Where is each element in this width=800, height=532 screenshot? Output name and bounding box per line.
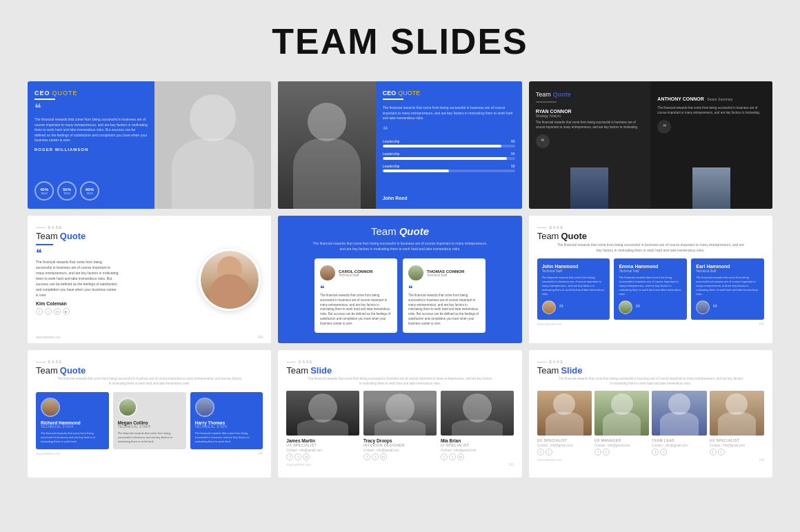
slide-6-col-1-avatar-row: ❝: [542, 300, 606, 314]
slide-8-p2-in[interactable]: in: [380, 453, 387, 460]
slide-4[interactable]: EASE Team Quote ❝ The financial rewards …: [28, 216, 271, 343]
slide-8-photo-3-inner: [441, 391, 514, 436]
slide-3-right-role: Senior Summary: [707, 97, 732, 101]
slide-9-ease: EASE: [537, 360, 764, 364]
slide-3[interactable]: Team Quote RYAN CONNOR Strategy Analyst …: [529, 81, 772, 209]
slide-8-ps-3-head: [463, 393, 492, 422]
slide-6-col-2-avatar: [619, 300, 632, 314]
slide-2-bar-1-label: Leadership 90: [383, 139, 515, 143]
slide-8-p1-contact: Contact : info@gmail.com: [286, 449, 359, 452]
slide-2[interactable]: CEO QUOTE The financial rewards that com…: [278, 81, 521, 209]
slide-9-p4-fb[interactable]: f: [710, 449, 717, 456]
slide-9[interactable]: EASE Team Slide The financial rewards th…: [529, 350, 772, 478]
slide-5-sub-text: The financial rewards that come from bei…: [310, 241, 490, 252]
slide-9-ps-3: [652, 391, 706, 436]
slide-7[interactable]: EASE Team Quote The financial rewards th…: [28, 350, 271, 478]
slide-2-quote-text: The financial rewards that come from bei…: [383, 105, 515, 121]
slide-4-footer-num: 185: [258, 336, 263, 339]
slide-6-col-3-name: Earl Hammond: [696, 264, 759, 269]
slide-9-ps-3-body: [660, 412, 699, 435]
slide-8-p2-tw[interactable]: t: [372, 453, 379, 460]
slide-5-cards: CAROL CONNOR Technical Staff ❝ The finan…: [286, 258, 513, 333]
slide-7-boxes: Richard Hammond TECHNICAL STAFF The fina…: [36, 392, 263, 449]
slide-5-card-1-text: The financial rewards that come from bei…: [320, 294, 392, 326]
slide-8[interactable]: EASE Team Slide The financial rewards th…: [278, 350, 521, 478]
slide-5-title-plain: Team: [371, 225, 397, 237]
slide-8-p2-role: INTERIOR DESIGNER: [363, 443, 437, 447]
slide-1-stat-1-lbl: TASK: [41, 192, 48, 195]
slide-4-social-fb[interactable]: f: [36, 308, 43, 315]
slide-9-p3-tw[interactable]: t: [660, 449, 667, 456]
slide-8-title-bold: Slide: [310, 365, 332, 376]
slide-1-stat-3-lbl: TASK: [86, 192, 93, 195]
slide-5-card-2-text: The financial rewards that come from bei…: [408, 294, 480, 326]
slide-1-person-name: ROGER WILLIAMSON: [34, 147, 148, 152]
slide-1-stat-3: 60% TASK: [80, 181, 99, 201]
slide-9-p2-tw[interactable]: t: [603, 449, 610, 456]
slide-2-bar-2: Leadership 94: [383, 152, 515, 160]
slide-5-card-1-name: CAROL CONNOR: [339, 269, 373, 274]
slide-9-p1-contact: Contact : info@gmail.com: [537, 444, 592, 447]
slide-9-p4-role: UX SPECIALIST: [710, 438, 764, 442]
slide-8-p3-tw[interactable]: t: [449, 453, 456, 460]
slide-9-p2-role: UX MANAGER: [594, 438, 649, 442]
slide-4-social-in[interactable]: in: [54, 308, 61, 315]
slide-8-title-plain: Team: [286, 365, 308, 376]
slide-6-col-3-role: Technical Staff: [696, 269, 759, 273]
slide-6-col-3-avatar: [696, 300, 710, 314]
slide-8-p3-fb[interactable]: f: [441, 453, 448, 460]
slide-6-col-2-q-icon: ❝: [635, 302, 641, 313]
slide-8-p1-name: James Martin: [286, 438, 359, 443]
slide-9-photo-2: [594, 391, 649, 436]
slide-9-footer-url: www.website.com: [537, 458, 562, 462]
slide-3-avatar-right: [650, 167, 772, 209]
slide-4-social-yt[interactable]: ▶: [63, 308, 70, 315]
slide-6-col-3-text: The financial rewards that come from bei…: [696, 276, 759, 296]
slide-6[interactable]: EASE Team Quote The financial rewards th…: [529, 216, 772, 343]
slide-1-tag-quote: QUOTE: [52, 90, 78, 96]
slide-7-box-1-text: The financial rewards that come from bei…: [41, 431, 104, 444]
slide-9-p1-social: f t: [537, 449, 592, 456]
slide-5-card-1-role: Technical Staff: [339, 274, 373, 277]
slide-7-title-plain: Team: [36, 365, 58, 376]
slide-8-p1-in[interactable]: in: [303, 453, 310, 460]
slide-1-tag-ceo: CEO: [34, 90, 50, 96]
slide-9-ps-1: [537, 391, 592, 436]
slide-8-p2-fb[interactable]: f: [363, 453, 370, 460]
slide-8-p1-tw[interactable]: t: [294, 453, 301, 460]
slide-5[interactable]: Team Quote The financial rewards that co…: [278, 216, 521, 343]
page-title: TEAM SLIDES: [272, 21, 528, 62]
slide-8-p1-fb[interactable]: f: [286, 453, 293, 460]
slide-8-footer-url: www.website.com: [286, 463, 311, 467]
slide-3-tag-team: Team: [536, 91, 551, 98]
slide-9-p3-fb[interactable]: f: [652, 449, 659, 456]
slide-4-divider: [36, 244, 53, 245]
slide-9-p4-tw[interactable]: t: [718, 449, 725, 456]
slide-9-person-2: UX MANAGER Contact : info@gmail.com f t: [594, 391, 649, 456]
slide-9-p1-tw[interactable]: t: [546, 449, 552, 456]
slide-6-col-3: Earl Hammond Technical Staff The financi…: [691, 258, 764, 320]
slide-6-footer-num: 185: [759, 323, 764, 326]
slide-7-box-3-avatar-inner: [197, 399, 213, 416]
slide-2-bar-2-label: Leadership 94: [383, 152, 515, 156]
slide-1[interactable]: CEO QUOTE ❝ The financial rewards that c…: [28, 81, 271, 209]
slide-8-ps-1-head: [308, 393, 337, 422]
slide-1-body: [172, 139, 254, 209]
slide-2-person-name: John Reed: [383, 192, 515, 201]
slide-4-social-tw[interactable]: t: [45, 308, 52, 315]
slide-6-col-2: Emma Hammond Technical Staff The financi…: [614, 258, 687, 320]
slide-9-p1-fb[interactable]: f: [537, 449, 544, 456]
slide-8-photo-2-inner: [363, 391, 437, 436]
slide-7-box-1-name: Richard Hammond: [41, 420, 81, 425]
slide-9-photo-2-inner: [594, 391, 649, 436]
slide-2-bar-3: Leadership 50: [383, 164, 515, 172]
slide-1-stat-2: 50% TASK: [57, 181, 77, 201]
slide-9-p2-fb[interactable]: f: [594, 449, 601, 456]
slide-8-person-1: James Martin UX SPECIALIST Contact : inf…: [286, 391, 359, 460]
slide-9-photo-3: [652, 391, 706, 436]
slide-4-photo-inner: [201, 251, 259, 309]
slide-2-tag-ceo: CEO: [383, 90, 397, 96]
slide-8-p3-in[interactable]: in: [457, 453, 464, 460]
slide-6-col-2-avatar-row: ❝: [619, 300, 682, 314]
slide-2-quote-icon: ❝: [383, 124, 515, 135]
